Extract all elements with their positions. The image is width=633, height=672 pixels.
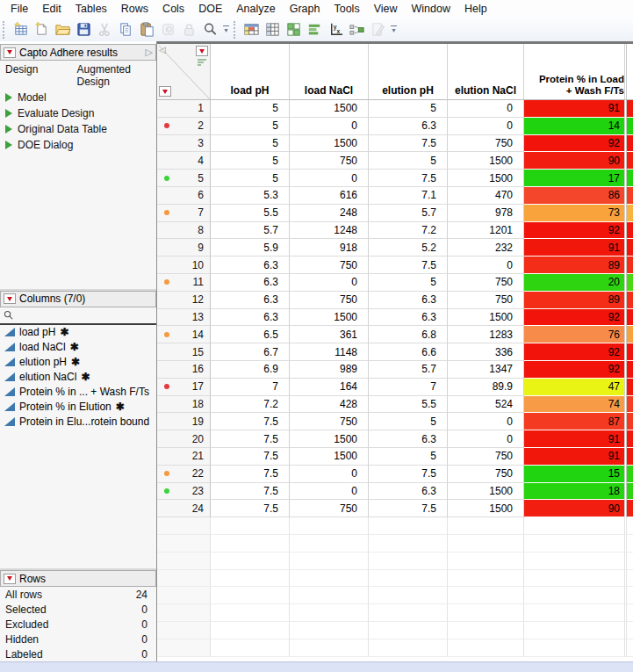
row-number-cell[interactable]: 8	[157, 222, 211, 240]
protein-value-cell[interactable]: 92	[524, 343, 625, 361]
next-column-sliver-cell[interactable]	[627, 222, 633, 240]
protein-value-cell[interactable]: 91	[524, 100, 625, 118]
panel-expand-icon[interactable]: ▷	[146, 47, 153, 58]
data-cell[interactable]: 5	[369, 100, 448, 118]
empty-cell[interactable]	[524, 517, 625, 535]
row-number-cell[interactable]: 23	[157, 483, 211, 501]
paste-icon[interactable]	[136, 19, 157, 40]
row-number-cell[interactable]: 19	[157, 413, 211, 430]
column-header-load-nacl[interactable]: load NaCl	[290, 44, 369, 100]
row-number-cell[interactable]: 22	[157, 466, 211, 483]
protein-value-cell[interactable]: 74	[524, 396, 625, 414]
protein-value-cell[interactable]: 90	[524, 152, 625, 170]
row-number-cell[interactable]: 18	[157, 396, 211, 414]
data-cell[interactable]: 6.3	[211, 274, 290, 292]
data-cell[interactable]: 918	[290, 239, 369, 257]
protein-value-cell[interactable]: 87	[524, 413, 625, 430]
collapse-panel-icon[interactable]: ◁	[159, 45, 166, 54]
data-cell[interactable]: 7.5	[211, 500, 290, 517]
next-column-sliver-cell[interactable]	[627, 274, 633, 292]
protein-value-cell[interactable]: 92	[524, 222, 625, 240]
columns-panel-header[interactable]: Columns (7/0)	[0, 291, 156, 307]
data-cell[interactable]: 5.7	[369, 361, 448, 379]
data-cell[interactable]: 5	[369, 413, 448, 430]
empty-cell[interactable]	[448, 587, 524, 604]
column-item-protein-in-elution[interactable]: Protein % in Elution✱	[0, 400, 156, 415]
data-cell[interactable]: 336	[448, 343, 524, 361]
empty-cell[interactable]	[369, 587, 448, 604]
open-file-icon[interactable]	[52, 19, 73, 40]
row-number-cell[interactable]: 21	[157, 448, 211, 466]
data-cell[interactable]: 428	[290, 396, 369, 414]
data-cell[interactable]: 5	[211, 100, 290, 118]
empty-row-header-cell[interactable]	[157, 553, 211, 570]
data-cell[interactable]: 7.5	[369, 466, 448, 483]
axes-icon[interactable]: yx	[325, 19, 346, 40]
data-cell[interactable]: 1500	[290, 309, 369, 327]
empty-cell[interactable]	[211, 622, 290, 639]
data-cell[interactable]: 5.7	[211, 222, 290, 240]
protein-value-cell[interactable]: 89	[524, 257, 625, 274]
protein-value-cell[interactable]: 92	[524, 309, 625, 327]
empty-row-header-cell[interactable]	[157, 639, 211, 657]
data-cell[interactable]: 7	[211, 379, 290, 396]
protein-value-cell[interactable]: 47	[524, 379, 625, 396]
data-cell[interactable]: 6.8	[369, 326, 448, 343]
protein-value-cell[interactable]: 73	[524, 205, 625, 222]
data-cell[interactable]: 5	[211, 135, 290, 153]
data-cell[interactable]: 7.5	[369, 500, 448, 517]
data-cell[interactable]: 6.3	[369, 292, 448, 309]
columns-search-input[interactable]	[17, 310, 153, 321]
empty-cell[interactable]	[211, 587, 290, 604]
empty-cell[interactable]	[290, 587, 369, 604]
data-cell[interactable]: 470	[448, 187, 524, 205]
data-cell[interactable]: 7	[369, 379, 448, 396]
data-cell[interactable]: 89.9	[448, 379, 524, 396]
next-column-sliver-cell[interactable]	[627, 466, 633, 483]
next-column-sliver-cell[interactable]	[627, 448, 633, 466]
next-column-sliver-cell[interactable]	[627, 483, 633, 501]
next-column-sliver-cell[interactable]	[627, 257, 633, 274]
save-icon[interactable]	[73, 19, 94, 40]
data-cell[interactable]: 1201	[448, 222, 524, 240]
row-number-cell[interactable]: 13	[157, 309, 211, 327]
data-cell[interactable]: 5	[211, 118, 290, 135]
search-icon[interactable]	[199, 19, 220, 40]
data-cell[interactable]: 1347	[448, 361, 524, 379]
empty-cell[interactable]	[369, 570, 448, 588]
data-cell[interactable]: 750	[448, 448, 524, 466]
column-header-load-ph[interactable]: load pH	[211, 44, 290, 100]
next-column-sliver-cell[interactable]	[627, 326, 633, 343]
empty-cell[interactable]	[369, 622, 448, 639]
tile-windows-icon[interactable]	[283, 19, 304, 40]
data-cell[interactable]: 6.3	[211, 309, 290, 327]
data-cell[interactable]: 1500	[448, 309, 524, 327]
new-journal-icon[interactable]	[31, 19, 52, 40]
data-cell[interactable]: 7.2	[369, 222, 448, 240]
menu-item-help[interactable]: Help	[457, 1, 494, 17]
empty-cell[interactable]	[448, 604, 524, 622]
data-cell[interactable]: 750	[290, 257, 369, 274]
row-number-cell[interactable]: 14	[157, 326, 211, 343]
protein-value-cell[interactable]: 18	[524, 483, 625, 501]
data-cell[interactable]: 1500	[290, 135, 369, 153]
data-cell[interactable]: 0	[290, 483, 369, 501]
data-cell[interactable]: 6.5	[211, 326, 290, 343]
toolbar-overflow-icon[interactable]: ▾	[220, 25, 232, 34]
grid-corner-cell[interactable]: ◁	[157, 44, 211, 100]
row-number-cell[interactable]: 6	[157, 187, 211, 205]
script-item-original-data-table[interactable]: Original Data Table	[0, 121, 156, 137]
next-column-sliver-cell[interactable]	[627, 205, 633, 222]
empty-cell[interactable]	[369, 639, 448, 657]
next-column-sliver-cell[interactable]	[627, 309, 633, 327]
data-cell[interactable]: 361	[290, 326, 369, 343]
data-cell[interactable]: 750	[448, 466, 524, 483]
data-cell[interactable]: 6.7	[211, 343, 290, 361]
empty-cell[interactable]	[211, 553, 290, 570]
column-item-load-nacl[interactable]: load NaCl✱	[0, 340, 156, 355]
data-cell[interactable]: 7.5	[369, 170, 448, 187]
row-number-cell[interactable]: 16	[157, 361, 211, 379]
data-cell[interactable]: 1248	[290, 222, 369, 240]
empty-cell[interactable]	[211, 570, 290, 588]
data-cell[interactable]: 6.3	[369, 430, 448, 448]
